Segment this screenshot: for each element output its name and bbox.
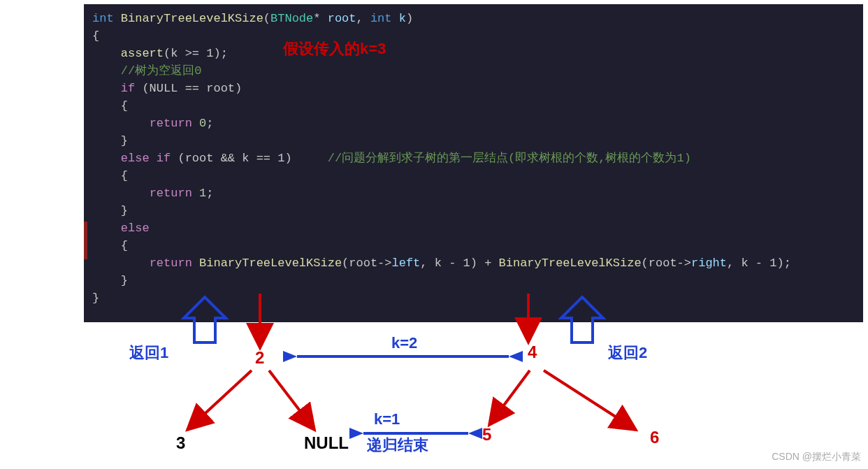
- label-k1: k=1: [374, 410, 400, 428]
- node-6: 6: [650, 428, 659, 447]
- breakpoint-marker: [84, 222, 87, 240]
- comment-subtree: //问题分解到求子树的第一层结点(即求树根的个数,树根的个数为1): [292, 152, 691, 165]
- label-return1: 返回1: [129, 342, 168, 363]
- label-return2: 返回2: [608, 342, 647, 363]
- watermark: CSDN @摆烂小青菜: [772, 451, 861, 463]
- svg-line-5: [489, 370, 530, 425]
- fn-decl: BinaryTreeLevelKSize: [121, 12, 263, 25]
- node-4: 4: [528, 342, 537, 362]
- type-btnode: BTNode: [270, 12, 313, 25]
- annotation-assume-k: 假设传入的k=3: [283, 38, 386, 59]
- svg-line-6: [544, 370, 636, 430]
- node-null: NULL: [304, 433, 349, 453]
- svg-line-3: [187, 370, 252, 430]
- breakpoint-marker-2: [84, 240, 87, 259]
- node-2: 2: [255, 348, 264, 368]
- node-3: 3: [176, 433, 185, 453]
- node-5: 5: [482, 425, 491, 445]
- svg-line-4: [269, 370, 314, 430]
- kw-int: int: [92, 12, 121, 25]
- label-k2: k=2: [391, 334, 417, 352]
- code-editor: int BinaryTreeLevelKSize(BTNode* root, i…: [84, 4, 863, 322]
- label-recursion-end: 递归结束: [367, 435, 428, 456]
- comment-empty-tree: //树为空返回0: [121, 64, 202, 78]
- assert-call: assert: [121, 47, 164, 60]
